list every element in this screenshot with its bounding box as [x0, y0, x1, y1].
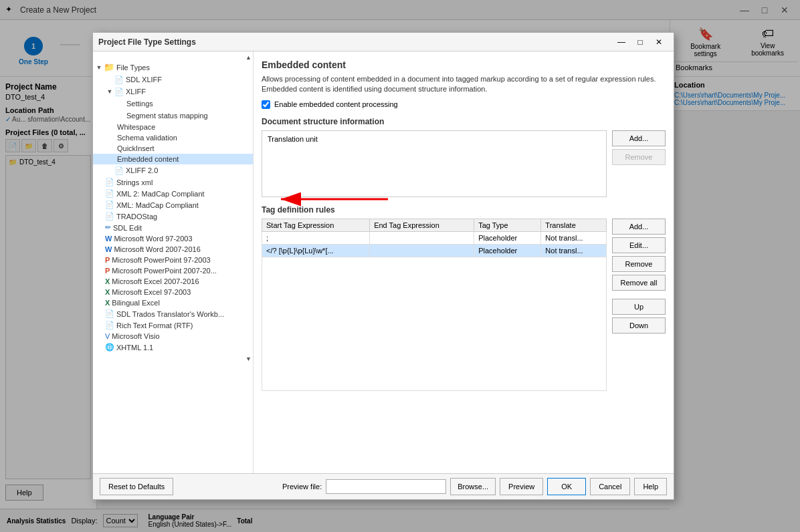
reset-defaults-button[interactable]: Reset to Defaults — [100, 478, 173, 495]
doc-structure-item: Translation unit — [265, 134, 603, 144]
ppt-icon-97: P — [105, 256, 110, 264]
tag-add-button[interactable]: Add... — [612, 219, 666, 235]
tree-item-xliff2[interactable]: 📄 XLIFF 2.0 — [93, 164, 253, 176]
tree-item-sdl-trados[interactable]: 📄 SDL Trados Translator's Workb... — [93, 308, 253, 319]
dialog-footer: Reset to Defaults Preview file: Browse..… — [93, 473, 674, 499]
tree-item-quickinsert[interactable]: QuickInsert — [93, 143, 253, 154]
preview-file-label: Preview file: — [282, 483, 322, 491]
tree-item-word-97[interactable]: W Microsoft Word 97-2003 — [93, 233, 253, 244]
tree-label-sdl-trados: SDL Trados Translator's Workb... — [116, 310, 224, 318]
doc-icon-sdl-xliff: 📄 — [114, 76, 124, 84]
dialog-help-button[interactable]: Help — [634, 478, 667, 495]
tree-label-quickinsert: QuickInsert — [117, 144, 155, 152]
tree-item-bilingual-excel[interactable]: X Bilingual Excel — [93, 297, 253, 308]
excel-icon-bilingual: X — [105, 299, 110, 307]
dialog-close-button[interactable]: ✕ — [649, 33, 668, 51]
toggle-settings — [117, 99, 126, 108]
tree-item-schema-validation[interactable]: Schema validation — [93, 132, 253, 143]
tree-item-ppt-2016[interactable]: P Microsoft PowerPoint 2007-20... — [93, 265, 253, 276]
cancel-button[interactable]: Cancel — [590, 478, 630, 495]
tree-label-xml-madcap: XML 2: MadCap Compliant — [116, 190, 205, 198]
tree-label-visio: Microsoft Visio — [112, 332, 159, 340]
tree-label-bilingual-excel: Bilingual Excel — [112, 299, 160, 307]
tag-right-buttons: Add... Edit... Remove Remove all Up Down — [612, 219, 666, 391]
doc-add-button[interactable]: Add... — [612, 130, 666, 146]
tree-label-ppt-97: Microsoft PowerPoint 97-2003 — [112, 256, 210, 264]
tree-item-sdl-edit[interactable]: ✏ SDL Edit — [93, 222, 253, 233]
enable-checkbox[interactable] — [262, 100, 270, 109]
excel-icon-2016: X — [105, 277, 110, 285]
tree-item-file-types[interactable]: ▼ 📁 File Types — [93, 61, 253, 74]
dialog-minimize-button[interactable]: — — [612, 33, 631, 51]
scroll-up-icon[interactable]: ▲ — [245, 54, 252, 61]
tree-item-rtf[interactable]: 📄 Rich Text Format (RTF) — [93, 319, 253, 331]
tag-up-button[interactable]: Up — [612, 299, 666, 315]
th-end-tag: End Tag Expression — [370, 219, 474, 231]
tag-type-1: Placeholder — [474, 244, 541, 257]
preview-file-input[interactable] — [326, 479, 446, 494]
tree-scroll-up: ▲ — [93, 54, 253, 61]
tree-item-ppt-97[interactable]: P Microsoft PowerPoint 97-2003 — [93, 255, 253, 265]
ok-button[interactable]: OK — [547, 478, 586, 495]
tag-def-row: Start Tag Expression End Tag Expression … — [262, 219, 666, 391]
tag-row-1[interactable]: </? [\p{L}\p{Lu}\w*[... Placeholder Not … — [262, 244, 607, 257]
tree-item-visio[interactable]: V Microsoft Visio — [93, 331, 253, 342]
folder-icon-root: 📁 — [104, 62, 114, 72]
tree-label-rtf: Rich Text Format (RTF) — [116, 321, 193, 329]
tree-item-xhtml[interactable]: 🌐 XHTML 1.1 — [93, 342, 253, 353]
tag-down-button[interactable]: Down — [612, 317, 666, 334]
th-start-tag: Start Tag Expression — [262, 219, 370, 231]
doc-icon-xliff2: 📄 — [114, 166, 124, 175]
dialog-maximize-button[interactable]: □ — [631, 33, 649, 51]
preview-browse-button[interactable]: Browse... — [450, 478, 496, 495]
scroll-down-icon[interactable]: ▼ — [245, 356, 252, 362]
tag-end-0 — [370, 231, 474, 244]
tree-item-settings[interactable]: Settings — [93, 98, 253, 110]
tree-item-embedded-content[interactable]: Embedded content — [93, 154, 253, 164]
excel-icon-97: X — [105, 288, 110, 296]
tree-item-xml-madcap2[interactable]: 📄 XML: MadCap Compliant — [93, 199, 253, 211]
tag-edit-button[interactable]: Edit... — [612, 237, 666, 253]
tree-label-xliff2: XLIFF 2.0 — [126, 166, 158, 174]
tag-remove-all-button[interactable]: Remove all — [612, 275, 666, 291]
tree-item-whitespace[interactable]: Whitespace — [93, 122, 253, 132]
tree-item-xliff[interactable]: ▼ 📄 XLIFF — [93, 86, 253, 98]
doc-structure-buttons: Add... Remove — [612, 130, 666, 197]
tree-label-excel-2016: Microsoft Excel 2007-2016 — [112, 277, 199, 285]
tree-item-sdl-xliff[interactable]: 📄 SDL XLIFF — [93, 74, 253, 86]
toggle-sdl-xliff — [105, 75, 114, 84]
doc-structure-row: Translation unit Add... Remove — [262, 130, 666, 197]
tag-translate-0: Not transl... — [541, 231, 607, 244]
tree-label-word-2016: Microsoft Word 2007-2016 — [114, 245, 200, 253]
sdl-icon: 📄 — [105, 309, 114, 318]
th-translate: Translate — [541, 219, 607, 231]
enable-label: Enable embedded content processing — [274, 100, 398, 108]
preview-button[interactable]: Preview — [500, 478, 543, 495]
tag-table-body: ; Placeholder Not transl... </? [\p{L}\p… — [262, 231, 607, 257]
toggle-xliff2 — [105, 166, 114, 175]
tree-item-word-2016[interactable]: W Microsoft Word 2007-2016 — [93, 244, 253, 255]
tree-item-excel-97[interactable]: X Microsoft Excel 97-2003 — [93, 287, 253, 297]
tag-row-0[interactable]: ; Placeholder Not transl... — [262, 231, 607, 244]
tree-item-excel-2016[interactable]: X Microsoft Excel 2007-2016 — [93, 276, 253, 287]
tree-item-tradostag[interactable]: 📄 TRADOStag — [93, 211, 253, 222]
doc-icon-xml-madcap: 📄 — [105, 189, 114, 198]
doc-icon-tradostag: 📄 — [105, 212, 114, 221]
enable-checkbox-label[interactable]: Enable embedded content processing — [262, 100, 666, 109]
toggle-file-types: ▼ — [94, 63, 104, 72]
tree-item-xml-madcap[interactable]: 📄 XML 2: MadCap Compliant — [93, 188, 253, 199]
content-area-wrapper: Embedded content Allows processing of co… — [254, 51, 674, 473]
tree-item-segment-status[interactable]: Segment status mapping — [93, 110, 253, 122]
word-icon-2016: W — [105, 245, 112, 253]
dialog-body: ▲ ▼ 📁 File Types 📄 SDL XLIFF ▼ 📄 — [93, 51, 674, 473]
tag-end-1 — [370, 244, 474, 257]
dialog-title-bar: Project File Type Settings — □ ✕ — [93, 33, 674, 51]
tree-item-strings-xml[interactable]: 📄 Strings xml — [93, 176, 253, 188]
tag-remove-button[interactable]: Remove — [612, 256, 666, 272]
rtf-icon: 📄 — [105, 321, 114, 329]
tree-label-excel-97: Microsoft Excel 97-2003 — [112, 288, 191, 296]
tree-panel: ▲ ▼ 📁 File Types 📄 SDL XLIFF ▼ 📄 — [93, 51, 254, 473]
tag-header-row: Start Tag Expression End Tag Expression … — [262, 219, 607, 231]
doc-remove-button[interactable]: Remove — [612, 149, 666, 165]
tree-label-xhtml: XHTML 1.1 — [116, 344, 153, 352]
